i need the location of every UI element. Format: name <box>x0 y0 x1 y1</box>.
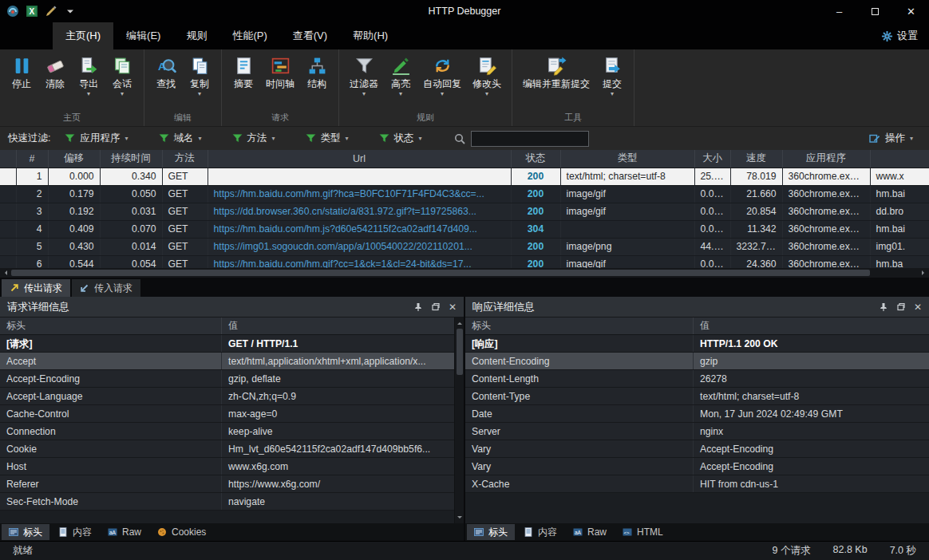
domain-filter[interactable]: 域名▾ <box>159 132 202 145</box>
submit-button[interactable]: 提交▾ <box>595 54 629 99</box>
request-header-row[interactable]: Hostwww.x6g.com <box>0 458 464 475</box>
request-headers-tab[interactable]: 标头 <box>2 524 49 540</box>
response-header-row[interactable]: Content-Encodinggzip <box>465 353 929 370</box>
toolbar-chevron-icon[interactable] <box>64 5 77 18</box>
close-panel-icon[interactable]: ✕ <box>914 302 922 313</box>
request-header-row[interactable]: Refererhttps://www.x6g.com/ <box>0 475 464 493</box>
method-filter[interactable]: 方法▾ <box>232 132 275 145</box>
column-header-offset[interactable]: 偏移 <box>48 150 100 168</box>
excel-icon[interactable]: X <box>26 5 38 18</box>
timeline-button[interactable]: 时间轴 <box>260 54 300 99</box>
highlight-button[interactable]: 高亮▾ <box>384 54 417 99</box>
clear-button[interactable]: 清除 <box>38 54 72 99</box>
scroll-right-button[interactable] <box>918 270 929 275</box>
modify-headers-button[interactable]: 修改头▾ <box>467 54 507 99</box>
outgoing-requests-tab[interactable]: 传出请求 <box>2 279 70 297</box>
request-header-row[interactable]: CookieHm_lvt_d60e542115f2ca02adf147d409b… <box>0 440 464 458</box>
table-row[interactable]: 30.1920.031GEThttps://dd.browser.360.cn/… <box>0 203 929 220</box>
response-header-row[interactable]: Content-Length26278 <box>465 370 929 388</box>
brush-icon[interactable] <box>45 5 57 18</box>
menu-tab-performance[interactable]: 性能(P) <box>219 22 279 49</box>
status-filter[interactable]: 状态▾ <box>379 132 422 145</box>
column-header-gutter[interactable] <box>0 150 16 168</box>
restore-icon[interactable] <box>896 302 906 312</box>
svg-text:aA: aA <box>575 530 582 535</box>
response-header-row[interactable]: DateMon, 17 Jun 2024 02:49:49 GMT <box>465 405 929 423</box>
column-header-status[interactable]: 状态 <box>511 150 560 168</box>
request-header-row[interactable]: Accept-Languagezh-CN,zh;q=0.9 <box>0 388 464 405</box>
request-cookies-tab[interactable]: Cookies <box>150 524 213 540</box>
response-header-row[interactable]: VaryAccept-Encoding <box>465 458 929 475</box>
structure-button[interactable]: 结构 <box>300 54 334 99</box>
request-header-row[interactable]: [请求]GET / HTTP/1.1 <box>0 335 464 353</box>
response-raw-tab[interactable]: aARaw <box>566 524 614 540</box>
scroll-left-button[interactable] <box>0 270 11 275</box>
action-dropdown[interactable]: 操作 ▾ <box>869 132 921 145</box>
response-header-row[interactable]: [响应]HTTP/1.1 200 OK <box>465 335 929 353</box>
response-content-tab[interactable]: 内容 <box>516 524 564 540</box>
request-raw-tab[interactable]: aARaw <box>101 524 148 540</box>
table-row[interactable]: 50.4300.014GEThttps://img01.sogoucdn.com… <box>0 238 929 255</box>
column-header-app[interactable]: 应用程序 <box>782 150 870 168</box>
column-header-method[interactable]: 方法 <box>162 150 208 168</box>
column-header-speed[interactable]: 速度 <box>730 150 782 168</box>
close-button[interactable]: ✕ <box>893 0 929 22</box>
close-panel-icon[interactable]: ✕ <box>449 302 457 313</box>
horizontal-scrollbar[interactable] <box>0 268 929 278</box>
cell-duration: 0.054 <box>100 255 162 268</box>
response-headers-tab[interactable]: 标头 <box>467 524 515 540</box>
request-header-row[interactable]: Accept-Encodinggzip, deflate <box>0 370 464 388</box>
pin-icon[interactable] <box>413 302 423 312</box>
pin-icon[interactable] <box>879 302 888 312</box>
request-header-row[interactable]: Cache-Controlmax-age=0 <box>0 405 464 423</box>
table-row[interactable]: 60.5440.054GEThttps://hm.baidu.com/hm.gi… <box>0 255 929 268</box>
edit-resubmit-button[interactable]: 编辑并重新提交 <box>517 54 595 99</box>
filter-button[interactable]: 过滤器▾ <box>344 54 384 99</box>
menu-tab-view[interactable]: 查看(V) <box>280 22 340 49</box>
find-button[interactable]: A查找 <box>149 54 183 99</box>
column-header-size[interactable]: 大小 <box>694 150 730 168</box>
request-header-row[interactable]: Connectionkeep-alive <box>0 423 464 440</box>
response-header-row[interactable]: X-CacheHIT from cdn-us-1 <box>465 475 929 493</box>
menu-tab-rules[interactable]: 规则 <box>173 22 219 49</box>
scroll-down-icon[interactable] <box>457 516 462 521</box>
minimize-button[interactable]: – <box>821 0 857 22</box>
cell-url: https://hm.baidu.com/hm.gif?cc=1&ck=1&cl… <box>208 255 511 268</box>
column-header-url[interactable]: Url <box>208 150 511 168</box>
session-button[interactable]: 会话▾ <box>105 54 139 99</box>
incoming-requests-tab[interactable]: 传入请求 <box>72 279 140 297</box>
search-input[interactable] <box>471 131 589 147</box>
table-row[interactable]: 10.0000.340GET200text/html; charset=utf-… <box>0 168 929 185</box>
restore-icon[interactable] <box>431 302 441 312</box>
settings-button[interactable]: 设置 <box>881 22 929 49</box>
auto-reply-button[interactable]: 自动回复▾ <box>417 54 467 99</box>
app-logo-icon[interactable] <box>6 5 19 18</box>
table-row[interactable]: 40.4090.070GEThttps://hm.baidu.com/hm.js… <box>0 220 929 238</box>
request-content-tab[interactable]: 内容 <box>51 524 99 540</box>
request-header-row[interactable]: Sec-Fetch-Modenavigate <box>0 493 464 511</box>
response-header-row[interactable]: Servernginx <box>465 423 929 440</box>
copy-button[interactable]: 复制▾ <box>183 54 216 99</box>
table-row[interactable]: 20.1790.050GEThttps://hm.baidu.com/hm.gi… <box>0 185 929 203</box>
maximize-button[interactable] <box>857 0 893 22</box>
menu-tab-edit[interactable]: 编辑(E) <box>113 22 173 49</box>
request-header-row[interactable]: Accepttext/html,application/xhtml+xml,ap… <box>0 353 464 370</box>
column-header-duration[interactable]: 持续时间 <box>100 150 162 168</box>
vertical-scrollbar[interactable] <box>454 317 464 523</box>
menu-tab-home[interactable]: 主页(H) <box>53 22 113 49</box>
response-html-tab[interactable]: <>HTML <box>615 524 670 540</box>
app-filter[interactable]: 应用程序▾ <box>65 132 128 145</box>
type-filter[interactable]: 类型▾ <box>306 132 349 145</box>
column-header-num[interactable]: # <box>16 150 48 168</box>
response-header-row[interactable]: Content-Typetext/html; charset=utf-8 <box>465 388 929 405</box>
vertical-scrollbar-thumb[interactable] <box>457 329 463 375</box>
summary-button[interactable]: 摘要 <box>227 54 260 99</box>
export-button[interactable]: 导出▾ <box>72 54 105 99</box>
column-header-domain[interactable] <box>870 150 929 168</box>
response-header-row[interactable]: VaryAccept-Encoding <box>465 440 929 458</box>
scroll-up-icon[interactable] <box>457 320 462 325</box>
horizontal-scrollbar-thumb[interactable] <box>11 270 870 276</box>
column-header-type[interactable]: 类型 <box>560 150 694 168</box>
menu-tab-help[interactable]: 帮助(H) <box>340 22 401 49</box>
stop-button[interactable]: 停止 <box>5 54 38 99</box>
